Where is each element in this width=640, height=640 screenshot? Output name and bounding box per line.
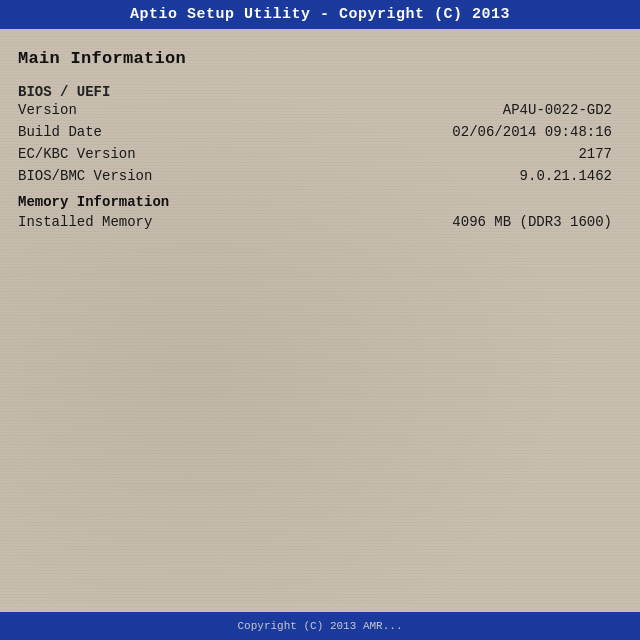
bios-version-value: AP4U-0022-GD2 xyxy=(503,102,622,118)
title-bar: Aptio Setup Utility - Copyright (C) 2013 xyxy=(0,0,640,29)
main-section-title: Main Information xyxy=(18,49,622,68)
memory-section-title: Memory Information xyxy=(18,194,622,210)
bios-date-label: Build Date xyxy=(18,124,178,140)
installed-memory-row: Installed Memory 4096 MB (DDR3 1600) xyxy=(18,214,622,230)
bottom-bar: Copyright (C) 2013 AMR... xyxy=(0,612,640,640)
bmc-version-row: BIOS/BMC Version 9.0.21.1462 xyxy=(18,168,622,184)
main-content: Main Information BIOS / UEFI Version AP4… xyxy=(0,29,640,603)
bios-version-row: Version AP4U-0022-GD2 xyxy=(18,102,622,118)
bios-version-label: Version xyxy=(18,102,178,118)
title-text: Aptio Setup Utility - Copyright (C) 2013 xyxy=(130,6,510,23)
ec-version-value: 2177 xyxy=(578,146,622,162)
installed-memory-value: 4096 MB (DDR3 1600) xyxy=(452,214,622,230)
memory-fields: Installed Memory 4096 MB (DDR3 1600) xyxy=(18,214,622,230)
installed-memory-label: Installed Memory xyxy=(18,214,178,230)
bios-date-value: 02/06/2014 09:48:16 xyxy=(452,124,622,140)
bios-section-label: BIOS / UEFI xyxy=(18,84,622,100)
bmc-version-value: 9.0.21.1462 xyxy=(520,168,622,184)
ec-version-label: EC/KBC Version xyxy=(18,146,178,162)
bios-date-row: Build Date 02/06/2014 09:48:16 xyxy=(18,124,622,140)
bottom-bar-text: Copyright (C) 2013 AMR... xyxy=(237,620,402,632)
bios-fields: Version AP4U-0022-GD2 Build Date 02/06/2… xyxy=(18,102,622,184)
ec-version-row: EC/KBC Version 2177 xyxy=(18,146,622,162)
bmc-version-label: BIOS/BMC Version xyxy=(18,168,178,184)
